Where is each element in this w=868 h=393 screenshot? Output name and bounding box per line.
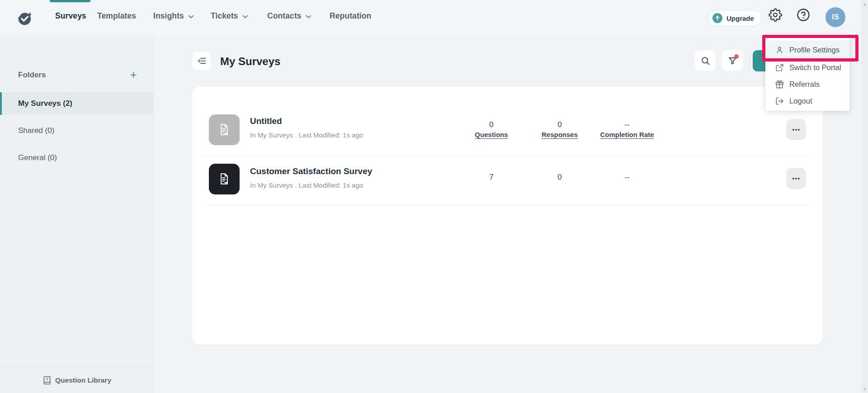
sidebar: Folders + My Surveys (2) Shared (0) Gene… (0, 36, 154, 393)
responses-stat: 0 Responses (526, 120, 594, 140)
table-row-customer-satisfaction: Customer Satisfaction Survey In My Surve… (192, 160, 823, 205)
menu-item-referrals[interactable]: Referrals (765, 76, 849, 93)
question-library-label: Question Library (55, 376, 111, 384)
tab-reputation[interactable]: Reputation (330, 9, 371, 22)
upgrade-button[interactable]: Upgrade (708, 10, 762, 26)
completion-link[interactable]: Completion Rate (593, 130, 661, 140)
active-tab-indicator (50, 0, 90, 2)
search-button[interactable] (695, 50, 716, 71)
avatar[interactable]: IS (826, 7, 845, 27)
completion-stat: -- (593, 172, 661, 182)
tab-templates[interactable]: Templates (97, 9, 136, 22)
survey-meta: In My Surveys . Last Modified: 1s ago (250, 181, 363, 189)
survey-list-card: Untitled In My Surveys . Last Modified: … (192, 87, 823, 345)
avatar-initials: IS (832, 13, 839, 21)
filter-active-dot (734, 54, 739, 59)
add-folder-button[interactable]: + (126, 67, 141, 82)
completion-stat: -- Completion Rate (593, 120, 661, 140)
app-logo-icon[interactable] (16, 10, 33, 27)
completion-count: -- (593, 172, 661, 182)
tab-reputation-label: Reputation (330, 9, 371, 22)
svg-text:?: ? (46, 377, 48, 382)
menu-item-label: Profile Settings (789, 46, 840, 54)
tab-contacts-label: Contacts (267, 9, 302, 22)
header-divider (749, 52, 750, 69)
survey-title[interactable]: Customer Satisfaction Survey (250, 166, 372, 176)
gift-icon (775, 80, 784, 89)
upgrade-label: Upgrade (726, 14, 754, 22)
sidebar-item-my-surveys[interactable]: My Surveys (2) (0, 92, 154, 115)
responses-stat: 0 (526, 172, 594, 182)
row-divider (203, 205, 811, 206)
menu-item-label: Referrals (789, 80, 820, 89)
survey-title[interactable]: Untitled (250, 116, 282, 126)
collapse-sidebar-icon (197, 56, 207, 66)
scrollbar-up-arrow[interactable]: ▲ (861, 1, 868, 7)
scrollbar-down-arrow[interactable]: ▼ (861, 386, 868, 392)
collapse-sidebar-button[interactable] (193, 52, 211, 70)
tab-templates-label: Templates (97, 9, 136, 22)
upgrade-arrow-icon (712, 13, 722, 23)
chevron-down-icon (306, 15, 311, 19)
tab-contacts[interactable]: Contacts (267, 9, 311, 22)
folders-header: Folders (18, 71, 46, 80)
help-icon[interactable] (797, 8, 810, 22)
chevron-down-icon (242, 15, 248, 19)
table-row-untitled: Untitled In My Surveys . Last Modified: … (192, 111, 823, 156)
responses-link[interactable]: Responses (526, 130, 594, 140)
folders-header-row: Folders + (0, 69, 154, 84)
sidebar-item-shared[interactable]: Shared (0) (0, 119, 154, 142)
page-title: My Surveys (220, 55, 280, 68)
survey-thumbnail-icon[interactable] (209, 114, 240, 145)
page-scrollbar[interactable]: ▲ ▼ (861, 0, 868, 393)
profile-dropdown-menu: Profile Settings Switch to Portal Referr… (765, 37, 849, 111)
more-options-button[interactable] (786, 168, 806, 189)
completion-count: -- (593, 120, 661, 130)
responses-count: 0 (526, 172, 594, 182)
tab-surveys[interactable]: Surveys (55, 9, 86, 22)
survey-thumbnail-icon[interactable] (209, 164, 240, 194)
more-options-icon (792, 177, 800, 180)
document-check-icon (217, 123, 231, 137)
tab-surveys-label: Surveys (55, 9, 86, 22)
menu-item-label: Logout (789, 97, 812, 105)
questions-count: 0 (458, 120, 525, 130)
filter-button[interactable] (722, 50, 743, 71)
sidebar-item-label: Shared (0) (18, 126, 54, 135)
menu-item-logout[interactable]: Logout (765, 93, 849, 109)
person-icon (775, 46, 784, 54)
menu-item-profile-settings[interactable]: Profile Settings (765, 40, 849, 59)
sidebar-item-label: My Surveys (2) (18, 99, 72, 108)
row-divider (203, 156, 811, 156)
top-nav: Surveys Templates Insights Tickets Conta… (0, 0, 868, 36)
questions-stat: 0 Questions (458, 120, 525, 140)
search-icon (701, 56, 710, 66)
tab-insights-label: Insights (153, 9, 184, 22)
tab-tickets-label: Tickets (211, 9, 238, 22)
questions-link[interactable]: Questions (458, 130, 525, 140)
tab-tickets[interactable]: Tickets (211, 9, 248, 22)
question-library-icon: ? (42, 376, 52, 385)
gear-icon[interactable] (769, 8, 782, 22)
sidebar-item-label: General (0) (18, 153, 57, 162)
sidebar-item-general[interactable]: General (0) (0, 147, 154, 169)
questions-count: 7 (458, 172, 525, 182)
question-library-button[interactable]: ? Question Library (0, 367, 154, 393)
external-link-icon (775, 63, 784, 72)
app-screen: Surveys Templates Insights Tickets Conta… (0, 0, 868, 393)
survey-meta: In My Surveys . Last Modified: 1s ago (250, 131, 363, 139)
menu-item-label: Switch to Portal (789, 63, 841, 72)
chevron-down-icon (188, 15, 194, 19)
more-options-icon (792, 128, 800, 131)
more-options-button[interactable] (786, 119, 806, 140)
logout-icon (775, 97, 784, 105)
menu-item-switch-to-portal[interactable]: Switch to Portal (765, 59, 849, 76)
tab-insights[interactable]: Insights (153, 9, 194, 22)
document-check-icon (217, 172, 231, 186)
responses-count: 0 (526, 120, 594, 130)
questions-stat: 7 (458, 172, 525, 182)
